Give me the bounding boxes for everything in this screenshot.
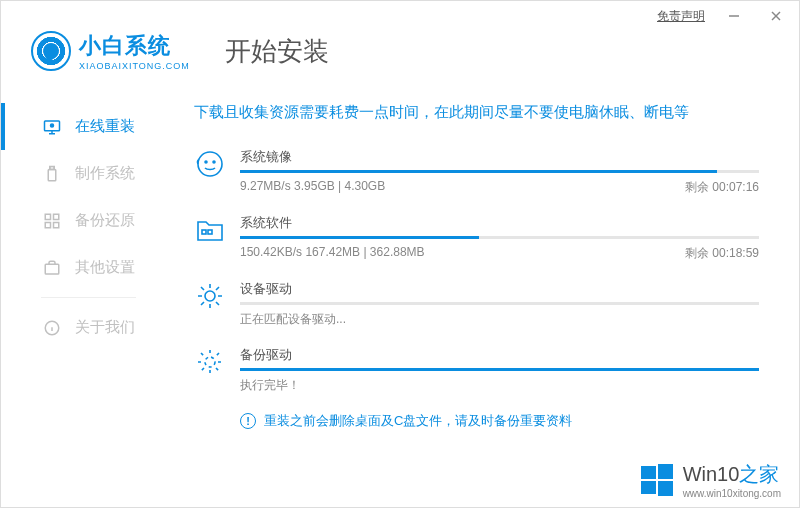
svg-rect-13 bbox=[45, 222, 50, 227]
svg-rect-22 bbox=[202, 230, 206, 234]
sidebar-item-label: 备份还原 bbox=[75, 211, 135, 230]
svg-point-20 bbox=[205, 161, 207, 163]
content: 下载且收集资源需要耗费一点时间，在此期间尽量不要使电脑休眠、断电等 系统镜像 9… bbox=[166, 83, 799, 430]
progress-bar bbox=[240, 368, 759, 371]
task-remaining: 剩余 00:07:16 bbox=[685, 179, 759, 196]
task-device-driver: 设备驱动 正在匹配设备驱动... bbox=[194, 280, 759, 328]
usb-icon bbox=[43, 165, 61, 183]
watermark: Win10之家 www.win10xitong.com bbox=[639, 461, 781, 499]
folder-icon bbox=[194, 214, 226, 246]
svg-point-25 bbox=[205, 357, 215, 367]
info-icon: ! bbox=[240, 413, 256, 429]
header: 小白系统 XIAOBAIXITONG.COM 开始安装 bbox=[1, 31, 799, 83]
gear-icon bbox=[194, 280, 226, 312]
task-detail: 9.27MB/s 3.95GB | 4.30GB bbox=[240, 179, 385, 196]
sidebar-item-label: 关于我们 bbox=[75, 318, 135, 337]
grid-icon bbox=[43, 212, 61, 230]
task-title: 系统软件 bbox=[240, 214, 759, 232]
disclaimer-link[interactable]: 免责声明 bbox=[657, 8, 705, 25]
task-title: 设备驱动 bbox=[240, 280, 759, 298]
svg-rect-12 bbox=[54, 214, 59, 219]
svg-point-24 bbox=[205, 291, 215, 301]
minimize-button[interactable] bbox=[721, 6, 747, 26]
task-title: 系统镜像 bbox=[240, 148, 759, 166]
task-system-software: 系统软件 150.42KB/s 167.42MB | 362.88MB 剩余 0… bbox=[194, 214, 759, 262]
svg-rect-29 bbox=[658, 481, 673, 496]
sidebar-item-online-reinstall[interactable]: 在线重装 bbox=[1, 103, 166, 150]
svg-point-21 bbox=[213, 161, 215, 163]
monitor-icon bbox=[43, 118, 61, 136]
svg-rect-14 bbox=[54, 222, 59, 227]
watermark-brand: Win10之家 bbox=[683, 461, 780, 488]
logo-icon bbox=[31, 31, 71, 71]
svg-rect-23 bbox=[208, 230, 212, 234]
task-detail: 150.42KB/s 167.42MB | 362.88MB bbox=[240, 245, 425, 262]
sidebar-item-backup-restore[interactable]: 备份还原 bbox=[1, 197, 166, 244]
sidebar-item-label: 在线重装 bbox=[75, 117, 135, 136]
close-button[interactable] bbox=[763, 6, 789, 26]
briefcase-icon bbox=[43, 259, 61, 277]
progress-bar bbox=[240, 236, 759, 239]
sidebar-item-create-system[interactable]: 制作系统 bbox=[1, 150, 166, 197]
task-remaining: 剩余 00:18:59 bbox=[685, 245, 759, 262]
progress-bar bbox=[240, 302, 759, 305]
logo: 小白系统 XIAOBAIXITONG.COM bbox=[31, 31, 190, 71]
title-bar: 免责声明 bbox=[1, 1, 799, 31]
sidebar-item-label: 其他设置 bbox=[75, 258, 135, 277]
task-backup-driver: 备份驱动 执行完毕！ bbox=[194, 346, 759, 394]
page-title: 开始安装 bbox=[225, 34, 329, 69]
warning-message: ! 重装之前会删除桌面及C盘文件，请及时备份重要资料 bbox=[240, 412, 759, 430]
gear-dashed-icon bbox=[194, 346, 226, 378]
svg-rect-11 bbox=[45, 214, 50, 219]
windows-icon bbox=[639, 462, 675, 498]
subtitle: 下载且收集资源需要耗费一点时间，在此期间尽量不要使电脑休眠、断电等 bbox=[194, 103, 759, 122]
svg-point-6 bbox=[51, 124, 54, 127]
task-status: 执行完毕！ bbox=[240, 377, 759, 394]
task-status: 正在匹配设备驱动... bbox=[240, 311, 759, 328]
warning-text: 重装之前会删除桌面及C盘文件，请及时备份重要资料 bbox=[264, 412, 572, 430]
watermark-url: www.win10xitong.com bbox=[683, 488, 781, 499]
progress-bar bbox=[240, 170, 759, 173]
task-system-image: 系统镜像 9.27MB/s 3.95GB | 4.30GB 剩余 00:07:1… bbox=[194, 148, 759, 196]
face-icon bbox=[194, 148, 226, 180]
sidebar: 在线重装 制作系统 备份还原 其他设置 关于我们 bbox=[1, 83, 166, 430]
svg-rect-26 bbox=[641, 466, 656, 479]
sidebar-item-other-settings[interactable]: 其他设置 bbox=[1, 244, 166, 291]
sidebar-item-about[interactable]: 关于我们 bbox=[1, 304, 166, 351]
svg-rect-7 bbox=[48, 169, 56, 180]
svg-rect-15 bbox=[45, 264, 59, 274]
svg-point-19 bbox=[198, 152, 222, 176]
brand-subtitle: XIAOBAIXITONG.COM bbox=[79, 61, 190, 71]
task-title: 备份驱动 bbox=[240, 346, 759, 364]
sidebar-separator bbox=[41, 297, 136, 298]
sidebar-item-label: 制作系统 bbox=[75, 164, 135, 183]
svg-rect-28 bbox=[641, 481, 656, 494]
svg-rect-27 bbox=[658, 464, 673, 479]
brand-name: 小白系统 bbox=[79, 31, 190, 61]
info-icon bbox=[43, 319, 61, 337]
